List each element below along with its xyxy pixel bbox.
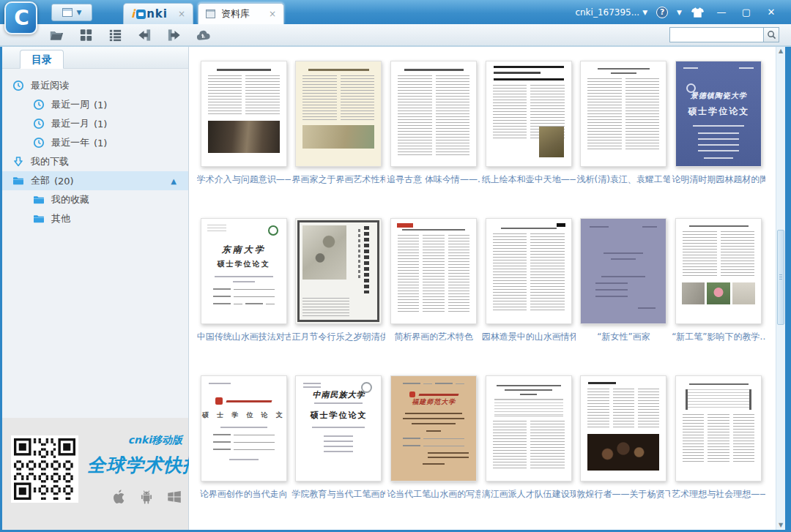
account-menu[interactable]: cnki_167395... ▼ — [575, 7, 647, 18]
app-logo-icon[interactable]: C — [4, 1, 37, 34]
sidebar-item-7[interactable]: 其他 — [2, 209, 188, 228]
folder-icon — [33, 213, 45, 225]
document-caption[interactable]: 追寻古意 体味今情——... — [387, 173, 480, 186]
close-tab-icon[interactable]: × — [178, 9, 185, 19]
document-thumbnail[interactable]: 景德镇陶瓷大学硕士学位论文 — [675, 61, 762, 167]
document-thumbnail[interactable] — [390, 61, 477, 167]
cnki-brand-logo: inki — [131, 7, 168, 20]
document-thumbnail[interactable] — [675, 218, 762, 324]
toolbar — [0, 24, 791, 47]
scrollbar-thumb[interactable] — [777, 230, 784, 325]
sidebar-item-3[interactable]: 最近一年(1) — [2, 133, 188, 152]
document-caption[interactable]: 学术介入与问题意识——... — [197, 173, 291, 186]
app-window: C ▼ inki × 资料库 × cnki_167395... ▼ ? ▼ — [0, 0, 791, 532]
document-thumbnail[interactable]: 福建师范大学 — [390, 375, 477, 482]
document-item-14: 福建师范大学论当代工笔山水画的写意... — [386, 375, 481, 530]
document-thumbnail[interactable] — [675, 375, 762, 482]
collapse-arrow-icon[interactable]: ▲ — [171, 177, 177, 185]
document-item-0: 学术介入与问题意识——... — [196, 61, 291, 218]
tab-cnki-home[interactable]: inki × — [123, 3, 193, 24]
sidebar-item-4[interactable]: 我的下载 — [2, 152, 188, 171]
sidebar-item-label: 我的下载 — [31, 155, 69, 168]
document-thumbnail[interactable] — [580, 375, 666, 482]
document-caption[interactable]: 学院教育与当代工笔画的... — [291, 488, 385, 501]
clock-icon — [33, 99, 45, 110]
cloud-transfer-button[interactable] — [192, 26, 214, 44]
app-name: 全球学术快报 — [87, 453, 182, 477]
scroll-up-icon[interactable]: ▲ — [776, 47, 785, 56]
document-thumbnail[interactable] — [580, 61, 666, 167]
document-item-4: 浅析(清)袁江、袁耀工笔界... — [576, 61, 672, 218]
close-window-button[interactable]: ✕ — [763, 7, 779, 18]
document-caption[interactable]: 敦煌行者——关于杨贤飞... — [576, 488, 670, 501]
item-count: (1) — [94, 138, 107, 149]
document-caption[interactable]: 正月节令行乐之岁朝清供 ... — [291, 331, 385, 343]
document-caption[interactable]: 纸上绘本和壶中天地——... — [482, 173, 576, 186]
scroll-down-icon[interactable]: ▼ — [776, 521, 785, 530]
document-item-8: 简析界画的艺术特色 — [386, 218, 481, 375]
minimize-button[interactable]: — — [713, 7, 729, 18]
document-caption[interactable]: 艺术理想与社会理想——... — [672, 488, 765, 501]
sidebar-item-0[interactable]: 最近阅读 — [2, 76, 188, 95]
document-caption[interactable]: 论当代工笔山水画的写意... — [387, 488, 480, 501]
document-thumbnail[interactable] — [486, 61, 572, 167]
item-count: (1) — [94, 119, 107, 130]
document-caption[interactable]: 论界画创作的当代走向 — [197, 488, 291, 501]
chevron-down-icon[interactable]: ▼ — [677, 9, 682, 16]
document-caption[interactable]: “新女性”画家 — [576, 331, 670, 343]
sidebar-item-label: 最近一周 — [51, 98, 89, 111]
close-tab-icon[interactable]: × — [269, 9, 276, 19]
document-item-17: 艺术理想与社会理想——... — [671, 375, 766, 530]
folder-icon — [12, 175, 24, 187]
document-thumbnail[interactable] — [295, 61, 382, 167]
document-caption[interactable]: 漓江画派人才队伍建设现... — [482, 488, 576, 501]
document-thumbnail[interactable] — [390, 218, 477, 324]
document-caption[interactable]: “新工笔”影响下的教学... — [672, 331, 765, 343]
sidebar-item-1[interactable]: 最近一周(1) — [2, 95, 188, 114]
open-folder-button[interactable] — [45, 26, 67, 44]
document-item-3: 纸上绘本和壶中天地——... — [481, 61, 576, 218]
clock-icon — [12, 80, 24, 91]
document-item-5: 景德镇陶瓷大学硕士学位论文论明清时期园林题材的陶... — [671, 61, 766, 218]
document-thumbnail[interactable] — [295, 218, 382, 324]
document-thumbnail[interactable]: 硕 士 学 位 论 文 — [201, 375, 287, 482]
help-icon[interactable]: ? — [656, 7, 668, 18]
sidebar-item-label: 最近一年 — [51, 136, 89, 149]
sidebar-item-label: 其他 — [51, 212, 70, 225]
vertical-scrollbar[interactable]: ▲ ▼ — [776, 47, 785, 530]
document-caption[interactable]: 简析界画的艺术特色 — [387, 331, 480, 343]
search-button[interactable] — [763, 27, 779, 42]
document-caption[interactable]: 浅析(清)袁江、袁耀工笔界... — [576, 173, 670, 186]
forward-button[interactable] — [163, 26, 185, 44]
item-count: (20) — [54, 176, 74, 187]
list-view-button[interactable] — [104, 26, 126, 44]
tab-list-button[interactable]: ▼ — [51, 4, 92, 21]
sidebar-item-5[interactable]: 全部(20)▲ — [2, 171, 188, 190]
titlebar: C ▼ inki × 资料库 × cnki_167395... ▼ ? ▼ — [0, 0, 791, 24]
skin-shirt-icon[interactable] — [691, 7, 705, 18]
back-button[interactable] — [133, 26, 155, 44]
document-thumbnail[interactable] — [580, 218, 666, 324]
document-thumbnail[interactable]: 东南大学硕士学位论文 — [201, 218, 287, 324]
download-icon — [12, 156, 24, 168]
document-thumbnail[interactable] — [486, 218, 572, 324]
maximize-button[interactable]: ▢ — [738, 7, 754, 18]
folder-icon — [33, 194, 45, 206]
document-caption[interactable]: 论明清时期园林题材的陶... — [672, 173, 765, 186]
document-thumbnail[interactable] — [201, 61, 287, 167]
tab-library[interactable]: 资料库 × — [198, 3, 284, 24]
sidebar-item-label: 最近阅读 — [31, 79, 69, 92]
sidebar-item-2[interactable]: 最近一月(1) — [2, 114, 188, 133]
page-icon — [62, 8, 73, 17]
document-thumbnail[interactable]: 中南民族大学硕士学位论文 — [295, 375, 382, 482]
document-thumbnail[interactable] — [486, 375, 572, 482]
sidebar-item-6[interactable]: 我的收藏 — [2, 190, 188, 209]
search-input[interactable] — [669, 27, 763, 42]
document-caption[interactable]: 界画家之于界画艺术性和... — [291, 173, 385, 186]
sidebar-item-label: 最近一月 — [51, 117, 89, 130]
grid-view-button[interactable] — [75, 26, 97, 44]
document-caption[interactable]: 园林造景中的山水画情怀 — [482, 331, 576, 343]
clock-icon — [33, 137, 45, 149]
tab-directory[interactable]: 目录 — [20, 50, 64, 69]
document-caption[interactable]: 中国传统山水画技法对古... — [197, 331, 291, 343]
